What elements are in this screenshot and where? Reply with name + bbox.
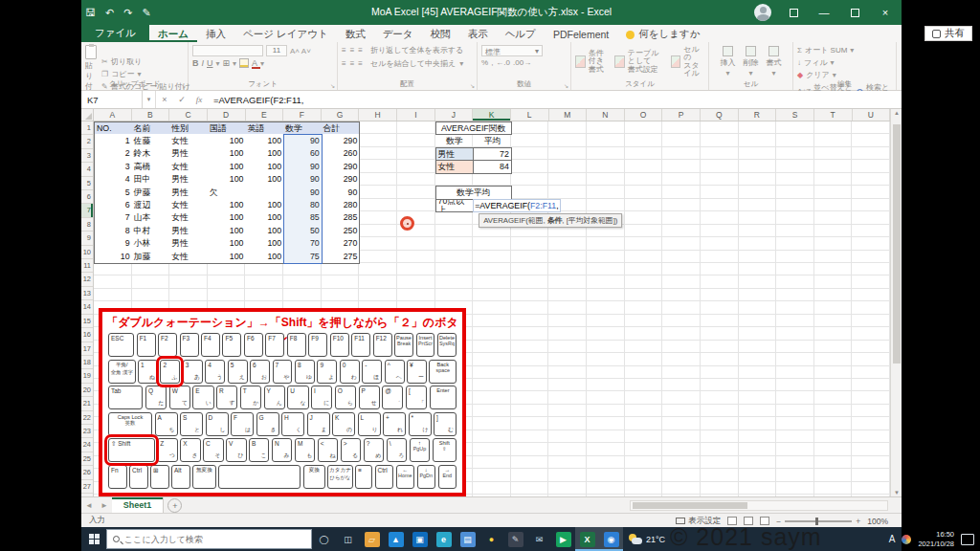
zoom-level[interactable]: 100%	[867, 517, 888, 526]
table-cell[interactable]: 250	[322, 225, 361, 238]
row-header-25[interactable]: 25	[81, 452, 93, 466]
table-cell[interactable]: 4	[94, 173, 133, 187]
table-cell[interactable]: 男性	[169, 186, 209, 199]
table-cell[interactable]: 290	[322, 173, 361, 187]
avatar[interactable]	[754, 4, 771, 21]
ribbon-tab-1[interactable]: ホーム	[149, 25, 197, 42]
column-header-E[interactable]: E	[246, 109, 284, 121]
table-cell[interactable]: 8	[94, 225, 133, 238]
table-cell[interactable]: 男性	[169, 147, 209, 161]
table-header-cell[interactable]: 国語	[208, 121, 247, 135]
table-cell[interactable]: 100	[245, 173, 284, 187]
column-header-J[interactable]: J	[435, 109, 474, 121]
active-cell-formula[interactable]: =AVERAGEIF(F2:F11,	[473, 199, 560, 212]
table-cell[interactable]: 欠	[208, 186, 247, 199]
grow-shrink-font-icon[interactable]: A˄ A˅	[290, 47, 311, 55]
row-header-14[interactable]: 14	[81, 300, 93, 314]
format-as-table-button[interactable]: テーブルとして 書式設定	[614, 50, 664, 74]
ribbon-display-options-icon[interactable]	[779, 0, 808, 25]
start-button[interactable]	[81, 527, 106, 551]
averageif-col-label2[interactable]: 平均	[473, 134, 512, 147]
column-header-G[interactable]: G	[322, 109, 360, 121]
table-cell[interactable]: 100	[245, 134, 284, 147]
ribbon-tab-0[interactable]: ファイル	[81, 25, 149, 42]
edge-icon[interactable]: e	[432, 527, 456, 551]
female-average-cell[interactable]: 84	[473, 160, 512, 173]
female-label-cell[interactable]: 女性	[435, 160, 475, 173]
table-cell[interactable]: 100	[245, 160, 284, 173]
table-cell[interactable]: 男性	[169, 225, 209, 238]
column-header-R[interactable]: R	[739, 109, 777, 121]
bold-button[interactable]: B	[192, 58, 199, 68]
math-average-title-cell[interactable]: 数学平均	[435, 186, 512, 199]
column-header-S[interactable]: S	[776, 109, 814, 121]
table-cell[interactable]: 100	[208, 160, 247, 173]
dialog-launcher-icon[interactable]: ↘	[181, 82, 186, 89]
cortana-icon[interactable]: ◯	[312, 527, 336, 551]
table-cell[interactable]: 女性	[169, 134, 209, 147]
table-cell[interactable]: 7	[94, 211, 133, 225]
row-header-16[interactable]: 16	[81, 328, 93, 342]
insert-function-icon[interactable]: fx	[190, 91, 208, 108]
table-header-cell[interactable]: NO.	[94, 121, 133, 135]
weather-widget[interactable]: 21°C	[623, 534, 671, 545]
table-cell[interactable]: 山本	[132, 211, 171, 225]
row-header-13[interactable]: 13	[81, 287, 93, 300]
table-cell[interactable]: 100	[208, 199, 247, 212]
photos-icon[interactable]: ▲	[384, 527, 408, 551]
table-cell[interactable]: 290	[322, 160, 361, 173]
table-cell[interactable]: 285	[322, 211, 361, 225]
excel-icon[interactable]: X	[575, 527, 599, 551]
row-header-27[interactable]: 27	[81, 480, 93, 494]
scroll-down-icon[interactable]: ▼	[891, 490, 902, 496]
table-header-cell[interactable]: 数学	[283, 121, 323, 135]
ribbon-tab-2[interactable]: 挿入	[197, 25, 234, 42]
male-label-cell[interactable]: 男性	[435, 147, 475, 161]
autosum-button[interactable]: Σオート SUM▾	[797, 45, 854, 55]
row-header-1[interactable]: 1	[81, 121, 93, 135]
table-cell[interactable]: 280	[322, 199, 361, 212]
table-cell[interactable]: 高橋	[132, 160, 171, 173]
row-header-7[interactable]: 7	[81, 204, 93, 217]
vertical-scrollbar[interactable]: ▲ ▼	[890, 109, 902, 496]
scroll-up-icon[interactable]: ▲	[891, 110, 902, 116]
comma-style-icon[interactable]: ,	[491, 58, 493, 67]
ribbon-tab-10[interactable]: 何をしますか	[617, 25, 708, 42]
table-cell[interactable]: 100	[245, 237, 284, 251]
table-cell[interactable]: 100	[208, 225, 247, 238]
task-view-icon[interactable]: ◫	[336, 527, 360, 551]
table-cell[interactable]: 100	[208, 211, 247, 225]
column-header-H[interactable]: H	[359, 109, 397, 121]
name-box[interactable]: K7	[81, 91, 143, 108]
recorder-icon[interactable]: ◉	[599, 527, 623, 551]
notification-center-icon[interactable]	[961, 534, 974, 545]
table-cell[interactable]: 2	[94, 147, 133, 161]
table-cell[interactable]: 女性	[169, 160, 209, 173]
dialog-launcher-icon[interactable]: ↘	[564, 82, 568, 89]
search-input[interactable]	[124, 535, 287, 544]
row-header-24[interactable]: 24	[81, 438, 93, 452]
close-button[interactable]: ×	[871, 0, 900, 25]
row-header-15[interactable]: 15	[81, 315, 93, 328]
table-cell[interactable]: 100	[208, 173, 247, 187]
table-cell[interactable]: 10	[94, 250, 133, 263]
table-cell[interactable]: 6	[94, 199, 133, 212]
select-all-corner[interactable]	[81, 109, 94, 121]
table-cell[interactable]: 男性	[169, 173, 209, 187]
ribbon-tab-9[interactable]: PDFelement	[545, 25, 617, 42]
cell-styles-button[interactable]: セルの スタイル	[671, 46, 704, 78]
add-sheet-icon[interactable]: +	[167, 498, 182, 513]
insert-cells-button[interactable]: 挿入▾	[721, 45, 736, 78]
share-button[interactable]: 共有	[924, 26, 972, 41]
name-box-dropdown-icon[interactable]: ▾	[143, 91, 156, 108]
table-cell[interactable]: 100	[245, 250, 284, 263]
row-header-17[interactable]: 17	[81, 342, 93, 356]
row-header-9[interactable]: 9	[81, 231, 93, 245]
row-header-12[interactable]: 12	[81, 273, 93, 286]
borders-icon[interactable]: ⊞	[223, 58, 231, 68]
store-icon[interactable]: ▣	[408, 527, 432, 551]
table-cell[interactable]: 渡辺	[132, 199, 171, 212]
ime-indicator[interactable]: A	[889, 534, 896, 544]
row-header-19[interactable]: 19	[81, 369, 93, 383]
table-cell[interactable]: 小林	[132, 237, 171, 251]
